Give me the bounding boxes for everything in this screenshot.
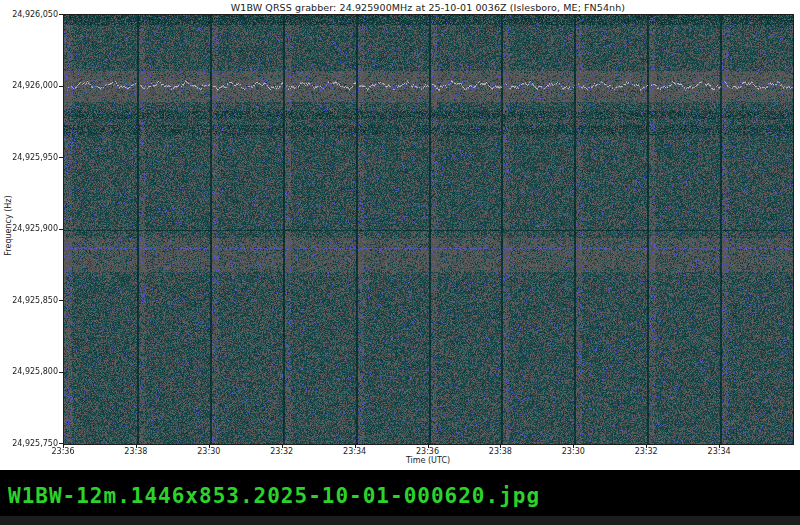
chart-title: W1BW QRSS grabber: 24.925900MHz at 25-10… <box>0 2 800 13</box>
x-tick-label: 23:32 <box>626 447 666 456</box>
y-tick-label: 24,925,900 <box>6 224 58 233</box>
x-tick-label: 23:38 <box>116 447 156 456</box>
x-tick-mark <box>573 444 574 448</box>
filename-text: W1BW-12m.1446x853.2025-10-01-000620.jpg <box>8 484 540 508</box>
x-tick-mark <box>355 444 356 448</box>
y-tick-mark <box>59 300 63 301</box>
y-tick-label: 24,926,050 <box>6 10 58 19</box>
qrss-grabber-page: W1BW QRSS grabber: 24.925900MHz at 25-10… <box>0 0 800 525</box>
x-tick-label: 23:32 <box>262 447 302 456</box>
y-tick-label: 24,926,000 <box>6 81 58 90</box>
bottom-strip <box>0 516 800 525</box>
x-tick-mark <box>646 444 647 448</box>
x-tick-mark <box>500 444 501 448</box>
spectrogram-canvas <box>63 14 794 445</box>
y-tick-mark <box>59 86 63 87</box>
x-tick-label: 23:34 <box>699 447 739 456</box>
x-tick-label: 23:34 <box>335 447 375 456</box>
x-tick-mark <box>63 444 64 448</box>
y-tick-label: 24,925,850 <box>6 296 58 305</box>
x-tick-label: 23:30 <box>189 447 229 456</box>
status-bar: W1BW-12m.1446x853.2025-10-01-000620.jpg <box>0 470 800 525</box>
y-tick-mark <box>59 229 63 230</box>
x-tick-mark <box>209 444 210 448</box>
y-tick-label: 24,925,950 <box>6 153 58 162</box>
x-tick-mark <box>136 444 137 448</box>
x-tick-label: 23:36 <box>43 447 83 456</box>
y-tick-mark <box>59 157 63 158</box>
x-tick-mark <box>719 444 720 448</box>
x-tick-label: 23:38 <box>480 447 520 456</box>
y-tick-mark <box>59 14 63 15</box>
x-tick-mark <box>428 444 429 448</box>
x-tick-mark <box>282 444 283 448</box>
x-tick-label: 23:36 <box>408 447 448 456</box>
x-tick-label: 23:30 <box>553 447 593 456</box>
y-tick-mark <box>59 372 63 373</box>
y-tick-label: 24,925,800 <box>6 367 58 376</box>
x-axis-label: Time (UTC) <box>63 456 793 465</box>
